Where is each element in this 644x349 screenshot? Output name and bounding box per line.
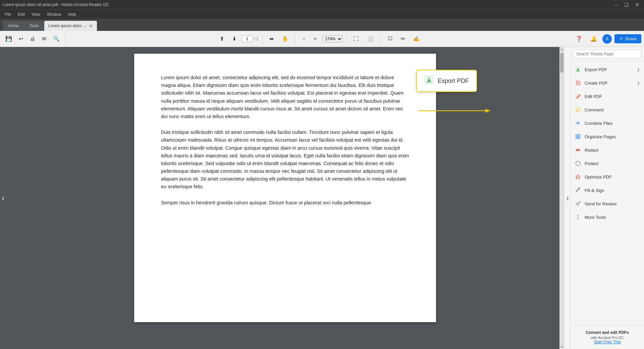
scroll-down-icon[interactable]: ▼ (560, 345, 563, 348)
vertical-scrollbar[interactable]: ▲ ▼ (559, 47, 564, 349)
menu-view[interactable]: View (28, 11, 44, 18)
toolbar-right: ❓ 🔔 A ↗ Share (573, 34, 641, 44)
fit-width-button[interactable]: ⬜ (364, 34, 376, 44)
tool-comment-label: Comment (585, 107, 640, 112)
combine-files-icon (575, 120, 581, 127)
titlebar: Lorem ipsum dolor sit amet.pdf - Adobe A… (0, 0, 644, 9)
protect-icon (575, 160, 581, 167)
help-button[interactable]: ❓ (573, 34, 585, 44)
share-button[interactable]: ↗ Share (614, 34, 641, 43)
svg-marker-2 (485, 109, 490, 113)
separator-5 (380, 34, 381, 44)
search-button[interactable]: 🔍 (50, 34, 62, 44)
hand-tool-button[interactable]: ✋ (279, 34, 291, 44)
fill-sign-icon (575, 187, 581, 194)
zoom-out-button[interactable]: − (300, 34, 308, 44)
select-tool-button[interactable]: ⬌ (267, 34, 276, 44)
edit-pdf-icon (575, 93, 581, 100)
tool-optimize-pdf[interactable]: Optimize PDF (571, 170, 644, 184)
tool-create-pdf-arrow: ❯ (637, 81, 640, 85)
tabbar: Home Tools Lorem ipsum dolor ... ✕ (0, 19, 644, 31)
tool-fill-sign-label: Fill & Sign (585, 188, 640, 193)
svg-point-17 (578, 217, 579, 218)
toolbar: 💾 ↩ 🖨 ✉ 🔍 ⬆ ⬇ / 1 ⬌ ✋ − + 174% 100% 150%… (0, 31, 644, 47)
page-number-input[interactable] (242, 36, 253, 42)
close-button[interactable]: ✕ (633, 2, 641, 7)
scroll-up-icon[interactable]: ▲ (560, 48, 563, 51)
email-button[interactable]: ✉ (39, 34, 49, 44)
tool-send-review[interactable]: Send for Review (571, 197, 644, 210)
page-total: / 1 (254, 37, 258, 41)
fit-page-button[interactable]: ⛶ (351, 34, 362, 44)
tool-edit-pdf-label: Edit PDF (585, 94, 640, 99)
tool-create-pdf[interactable]: Create PDF ❯ (571, 76, 644, 90)
notifications-button[interactable]: 🔔 (588, 34, 600, 44)
tool-protect-label: Protect (585, 161, 640, 166)
tab-home[interactable]: Home (3, 21, 24, 31)
print-button[interactable]: 🖨 (27, 34, 38, 44)
right-panel: Export PDF ❯ Create PDF ❯ Edit PDF (570, 47, 644, 349)
restore-button[interactable]: ❑ (622, 2, 631, 7)
menu-file[interactable]: File (1, 11, 14, 18)
prev-page-button[interactable]: ⬆ (217, 34, 227, 44)
minimize-button[interactable]: – (613, 2, 620, 7)
footer-title-line1: Convert and edit PDFs (575, 330, 640, 335)
tool-more-tools[interactable]: More Tools (571, 210, 644, 224)
optimize-pdf-icon (575, 173, 581, 180)
page-nav: / 1 (242, 36, 258, 42)
zoom-in-button[interactable]: + (311, 34, 319, 44)
callout-export-icon (424, 75, 434, 87)
window-controls: – ❑ ✕ (613, 2, 641, 7)
user-avatar-button[interactable]: A (602, 34, 612, 44)
left-panel-toggle[interactable]: ❮ (0, 47, 6, 349)
footer-title-line2: with Acrobat Pro DC (575, 336, 640, 340)
tab-document[interactable]: Lorem ipsum dolor ... ✕ (44, 21, 97, 31)
menu-help[interactable]: Help (65, 11, 80, 18)
menu-window[interactable]: Window (44, 11, 65, 18)
tool-export-pdf-arrow: ❯ (637, 67, 640, 72)
export-pdf-callout: Export PDF (416, 70, 477, 92)
pdf-paragraph-3: Semper risus in hendrerit gravida rutrum… (161, 199, 409, 207)
save-button[interactable]: 💾 (3, 34, 15, 44)
right-panel-toggle[interactable]: ❯ (564, 47, 570, 349)
export-pdf-icon (575, 66, 581, 73)
main-layout: ❮ Export PDF ▲ ▼ Lorem ipsum do (0, 47, 644, 349)
pdf-page: Lorem ipsum dolor sit amet, consectetur … (134, 54, 436, 322)
panel-search-input[interactable] (573, 50, 641, 58)
window-title: Lorem ipsum dolor sit amet.pdf - Adobe A… (3, 2, 109, 7)
tool-create-pdf-label: Create PDF (585, 81, 633, 86)
comment-icon (575, 106, 581, 113)
start-free-trial-link[interactable]: Start Free Trial (575, 340, 640, 344)
undo-button[interactable]: ↩ (16, 34, 26, 44)
tool-organize-pages[interactable]: Organize Pages (571, 130, 644, 143)
tool-combine-files[interactable]: Combine Files (571, 116, 644, 130)
tool-edit-pdf[interactable]: Edit PDF (571, 90, 644, 103)
scrollbar-thumb[interactable] (560, 53, 564, 73)
tab-tools[interactable]: Tools (24, 21, 44, 31)
tool-export-pdf[interactable]: Export PDF ❯ (571, 63, 644, 76)
signature-tool-button[interactable]: ✍ (411, 34, 423, 44)
tool-optimize-label: Optimize PDF (585, 174, 640, 180)
tab-close-icon[interactable]: ✕ (89, 23, 93, 29)
tool-export-pdf-label: Export PDF (585, 67, 633, 72)
share-icon: ↗ (619, 36, 623, 41)
svg-rect-14 (576, 149, 580, 151)
tool-redact[interactable]: Redact (571, 143, 644, 157)
menu-edit[interactable]: Edit (14, 11, 28, 18)
send-review-icon (575, 200, 581, 207)
comment-tool-button[interactable]: 🗨 (385, 34, 395, 44)
next-page-button[interactable]: ⬇ (229, 34, 239, 44)
tool-organize-label: Organize Pages (585, 134, 640, 139)
pdf-paragraph-2: Duis tristique sollicitudin nibh sit ame… (161, 129, 409, 191)
tool-protect[interactable]: Protect (571, 157, 644, 170)
draw-tool-button[interactable]: ✏ (398, 34, 408, 44)
tool-fill-sign[interactable]: Fill & Sign (571, 184, 644, 197)
pdf-area[interactable]: Export PDF ▲ ▼ Lorem ipsum dolor sit ame… (6, 47, 564, 349)
zoom-select[interactable]: 174% 100% 150% 200% (322, 35, 342, 43)
separator-4 (346, 34, 347, 44)
tools-list: Export PDF ❯ Create PDF ❯ Edit PDF (571, 61, 644, 325)
svg-point-16 (578, 215, 579, 216)
separator-2 (262, 34, 263, 44)
tool-comment[interactable]: Comment (571, 103, 644, 116)
create-pdf-icon (575, 80, 581, 86)
